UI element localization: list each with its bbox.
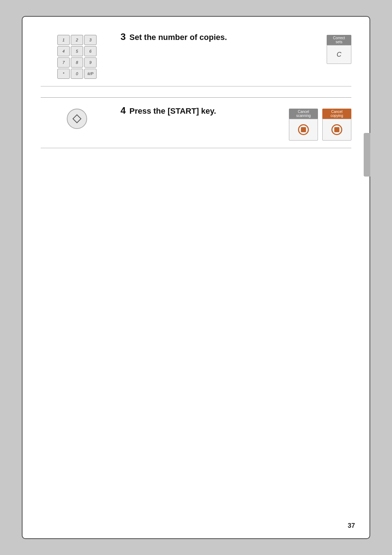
key-2[interactable]: 2 bbox=[71, 35, 83, 45]
cancel-buttons-row: Cancel scanning Cancel copying bbox=[289, 109, 351, 141]
page-number: 37 bbox=[348, 522, 355, 530]
svg-marker-0 bbox=[73, 115, 81, 123]
step4-title-block: 4Press the [START] key. bbox=[121, 105, 216, 127]
step3-content: 3Set the number of copies. Correct sets … bbox=[113, 31, 351, 64]
correct-sets-label: Correct sets bbox=[327, 35, 351, 45]
step3-number: 3 bbox=[121, 31, 126, 42]
start-key[interactable] bbox=[67, 109, 87, 129]
cancel-copying-label: Cancel copying bbox=[322, 109, 351, 119]
cancel-scanning-button[interactable] bbox=[289, 119, 318, 141]
key-8[interactable]: 8 bbox=[71, 57, 83, 68]
key-1[interactable]: 1 bbox=[57, 35, 70, 45]
cancel-copying-icon bbox=[331, 124, 342, 135]
side-tab bbox=[364, 133, 370, 177]
step3-section: 1 2 3 4 5 6 7 8 9 * 0 #/P 3Set the numbe… bbox=[41, 31, 351, 86]
key-6[interactable]: 6 bbox=[84, 46, 97, 56]
page: 1 2 3 4 5 6 7 8 9 * 0 #/P 3Set the numbe… bbox=[22, 16, 370, 539]
cancel-scanning-wrap: Cancel scanning bbox=[289, 109, 318, 141]
key-3[interactable]: 3 bbox=[84, 35, 97, 45]
key-star[interactable]: * bbox=[57, 69, 70, 79]
keypad: 1 2 3 4 5 6 7 8 9 * 0 #/P bbox=[57, 35, 97, 79]
step3-title-text: Set the number of copies. bbox=[129, 33, 227, 42]
step4-title-text: Press the [START] key. bbox=[129, 106, 216, 116]
step3-title-block: 3Set the number of copies. bbox=[121, 31, 227, 53]
step4-title: 4Press the [START] key. bbox=[121, 105, 216, 116]
step3-title: 3Set the number of copies. bbox=[121, 31, 227, 42]
key-hash[interactable]: #/P bbox=[84, 69, 97, 79]
correct-sets-button[interactable]: C bbox=[327, 45, 351, 64]
step4-left bbox=[41, 105, 113, 129]
start-key-icon bbox=[72, 114, 82, 124]
step4-section: 4Press the [START] key. Cancel scanning … bbox=[41, 105, 351, 148]
correct-sets-container: Correct sets C bbox=[327, 35, 351, 64]
section-divider bbox=[41, 97, 351, 98]
cancel-copying-wrap: Cancel copying bbox=[322, 109, 351, 141]
cancel-scanning-label: Cancel scanning bbox=[289, 109, 318, 119]
step4-content-row: 4Press the [START] key. Cancel scanning … bbox=[121, 105, 351, 141]
step3-content-row: 3Set the number of copies. Correct sets … bbox=[121, 31, 351, 64]
key-4[interactable]: 4 bbox=[57, 46, 70, 56]
cancel-scanning-icon bbox=[298, 124, 309, 135]
key-9[interactable]: 9 bbox=[84, 57, 97, 68]
key-7[interactable]: 7 bbox=[57, 57, 70, 68]
step4-content: 4Press the [START] key. Cancel scanning … bbox=[113, 105, 351, 141]
step4-number: 4 bbox=[121, 105, 126, 116]
key-5[interactable]: 5 bbox=[71, 46, 83, 56]
step3-left: 1 2 3 4 5 6 7 8 9 * 0 #/P bbox=[41, 31, 113, 79]
cancel-copying-button[interactable] bbox=[322, 119, 351, 141]
key-0[interactable]: 0 bbox=[71, 69, 83, 79]
